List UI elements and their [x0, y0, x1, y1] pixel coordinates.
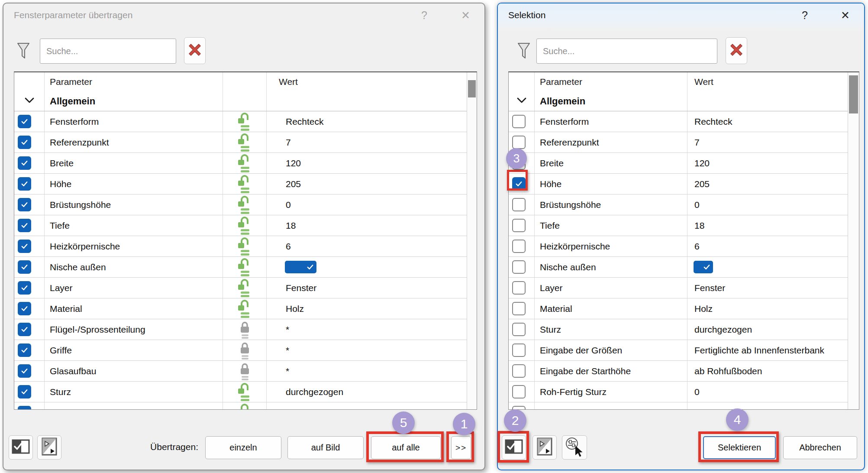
- help-button[interactable]: ?: [802, 9, 808, 21]
- parameter-name: Material: [45, 298, 223, 319]
- unlock-icon[interactable]: [223, 402, 267, 410]
- scrollbar-thumb[interactable]: [849, 75, 858, 113]
- parameter-name: Referenzpunkt: [45, 132, 223, 152]
- highlight-box-expand: [446, 431, 474, 462]
- row-checkbox[interactable]: [18, 385, 31, 398]
- row-checkbox[interactable]: [512, 343, 526, 357]
- row-checkbox[interactable]: [18, 219, 31, 232]
- vertical-scrollbar[interactable]: [848, 72, 859, 409]
- unlock-icon[interactable]: [223, 111, 267, 132]
- parameter-value: Fenster: [267, 278, 468, 298]
- row-checkbox[interactable]: [18, 115, 31, 128]
- row-checkbox[interactable]: [18, 343, 31, 357]
- row-checkbox[interactable]: [18, 198, 31, 211]
- auf-bild-button[interactable]: auf Bild: [287, 436, 364, 459]
- unlock-icon[interactable]: [223, 257, 267, 277]
- clear-search-button[interactable]: [726, 37, 747, 64]
- titlebar[interactable]: Fensterparameter übertragen ? ✕: [3, 3, 484, 30]
- row-checkbox[interactable]: [512, 136, 526, 149]
- parameter-value: 6: [267, 236, 468, 256]
- row-checkbox[interactable]: [512, 219, 526, 232]
- unlock-icon[interactable]: [223, 278, 267, 298]
- row-checkbox[interactable]: [18, 281, 31, 295]
- group-header-row[interactable]: Allgemein: [14, 91, 477, 111]
- parameter-name: Eingabe der Starthöhe: [535, 361, 687, 381]
- parameter-value: Holz: [267, 298, 468, 319]
- unlock-icon[interactable]: [223, 132, 267, 152]
- toggle-all-checkboxes-button[interactable]: [9, 435, 33, 460]
- parameter-value: *: [267, 319, 468, 340]
- row-checkbox[interactable]: [512, 240, 526, 253]
- scrollbar-thumb[interactable]: [468, 80, 476, 97]
- table-row: FensterformRechteck: [509, 111, 859, 132]
- row-checkbox[interactable]: [512, 198, 526, 211]
- value-checkbox[interactable]: [285, 261, 316, 273]
- row-checkbox[interactable]: [512, 302, 526, 315]
- step-badge-5: 5: [392, 411, 415, 434]
- row-checkbox[interactable]: [512, 364, 526, 378]
- toggle-check-icon: [12, 439, 30, 456]
- close-button[interactable]: ✕: [461, 9, 470, 21]
- clear-search-button[interactable]: [184, 37, 206, 64]
- row-checkbox[interactable]: [18, 156, 31, 170]
- row-checkbox[interactable]: [512, 260, 526, 274]
- lock-icon[interactable]: [223, 361, 267, 381]
- lock-icon[interactable]: [223, 340, 267, 360]
- vertical-scrollbar[interactable]: [467, 72, 477, 409]
- value-checkbox[interactable]: [694, 261, 713, 273]
- help-button[interactable]: ?: [421, 9, 427, 21]
- search-input[interactable]: [40, 39, 176, 64]
- table-row: MaterialHolz: [14, 298, 477, 319]
- unlock-icon[interactable]: [223, 382, 267, 402]
- row-checkbox[interactable]: [512, 323, 526, 336]
- abbrechen-button[interactable]: Abbrechen: [783, 436, 857, 459]
- close-button[interactable]: ✕: [841, 9, 850, 21]
- parameter-value: 0: [267, 194, 468, 215]
- unlock-icon[interactable]: [223, 194, 267, 215]
- highlight-box-toggle-all: [497, 431, 529, 463]
- row-checkbox[interactable]: [512, 281, 526, 295]
- parameter-name: Layer: [45, 278, 223, 298]
- parameter-value: durchgezogen: [267, 382, 468, 402]
- unlock-icon[interactable]: [223, 236, 267, 256]
- unlock-icon[interactable]: [223, 153, 267, 173]
- row-checkbox[interactable]: [18, 177, 31, 191]
- column-header-parameter: Parameter: [535, 77, 582, 87]
- row-checkbox[interactable]: [18, 323, 31, 336]
- parameter-name: Eingabe der Größen: [535, 340, 687, 360]
- chevron-down-icon[interactable]: [24, 97, 35, 105]
- group-header-row[interactable]: Allgemein: [509, 91, 859, 111]
- unlock-icon[interactable]: [223, 215, 267, 236]
- parameter-value: 0: [687, 402, 849, 410]
- invert-selection-button[interactable]: [532, 435, 557, 460]
- table-row: FensterformRechteck: [14, 111, 477, 132]
- parameter-name: Heizkörpernische: [45, 236, 223, 256]
- row-checkbox[interactable]: [512, 115, 526, 128]
- parameter-value: *: [267, 340, 468, 360]
- einzeln-button[interactable]: einzeln: [205, 436, 281, 459]
- row-checkbox[interactable]: [18, 406, 31, 410]
- dialog-title: Selektion: [508, 10, 545, 20]
- table-row: Eingabe der Starthöheab Rohfußboden: [509, 361, 859, 382]
- parameter-name: Tiefe: [535, 215, 687, 236]
- highlight-box-selektieren: [698, 431, 779, 462]
- invert-icon: [537, 437, 552, 457]
- invert-selection-button[interactable]: [37, 435, 61, 460]
- lock-icon[interactable]: [223, 319, 267, 340]
- highlight-box-hoehe-checkbox: [507, 170, 528, 191]
- chevron-down-icon[interactable]: [516, 97, 527, 105]
- titlebar[interactable]: Selektion ? ✕: [498, 3, 864, 30]
- search-input[interactable]: [536, 39, 717, 64]
- parameter-name: Brüstungshöhe: [45, 194, 223, 215]
- table-row: Eingabe der GrößenFertiglichte ab Innenf…: [14, 402, 477, 410]
- row-checkbox[interactable]: [18, 302, 31, 315]
- row-checkbox[interactable]: [18, 364, 31, 378]
- select-by-parameters-button[interactable]: [562, 435, 587, 460]
- row-checkbox[interactable]: [18, 240, 31, 253]
- unlock-icon[interactable]: [223, 174, 267, 194]
- row-checkbox[interactable]: [512, 385, 526, 398]
- parameter-name: Fensterform: [45, 111, 223, 132]
- unlock-icon[interactable]: [223, 298, 267, 319]
- row-checkbox[interactable]: [18, 136, 31, 149]
- row-checkbox[interactable]: [18, 260, 31, 274]
